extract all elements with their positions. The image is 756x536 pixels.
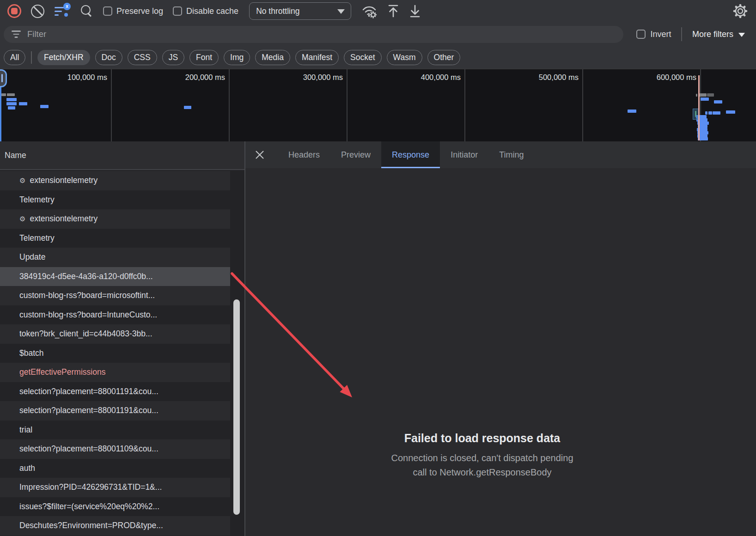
filter-input[interactable]: Filter — [4, 26, 623, 43]
request-detail-panel: HeadersPreviewResponseInitiatorTiming Fa… — [245, 141, 756, 536]
timeline-gridline — [347, 69, 348, 141]
request-name: Update — [19, 252, 45, 262]
request-row[interactable]: $batch — [0, 344, 230, 363]
record-icon — [7, 4, 21, 18]
tab-initiator[interactable]: Initiator — [440, 141, 488, 168]
tab-timing[interactable]: Timing — [488, 141, 534, 168]
more-filters-button[interactable]: More filters — [692, 30, 745, 39]
request-name: extensiontelemetry — [30, 214, 98, 224]
type-filter-img[interactable]: Img — [224, 50, 250, 65]
import-har-button[interactable] — [387, 4, 399, 18]
filter-lines-icon — [11, 30, 21, 38]
request-row[interactable]: Telemetry — [0, 229, 230, 248]
timeline-overview[interactable]: 100,000 ms200,000 ms300,000 ms400,000 ms… — [0, 68, 756, 141]
request-row[interactable]: Deschutes?Environment=PROD&type... — [0, 516, 230, 536]
request-row[interactable]: Impression?PID=426296731&TID=1&... — [0, 478, 230, 497]
response-content: Failed to load response data Connection … — [245, 168, 756, 536]
invert-label: Invert — [650, 30, 671, 39]
export-har-button[interactable] — [409, 4, 421, 18]
type-filter-all[interactable]: All — [4, 50, 25, 65]
empty-state: Failed to load response data Connection … — [245, 432, 756, 480]
timeline-gridline — [111, 69, 112, 141]
chevron-down-icon — [738, 33, 745, 37]
request-name: extensiontelemetry — [30, 176, 98, 185]
request-row[interactable]: token?brk_client_id=c44b4083-3bb... — [0, 324, 230, 344]
waterfall-bar — [19, 102, 27, 105]
type-filter-font[interactable]: Font — [189, 50, 219, 65]
detail-tabbar: HeadersPreviewResponseInitiatorTiming — [245, 141, 756, 168]
throttling-value: No throttling — [256, 6, 299, 16]
request-row[interactable]: trial — [0, 420, 230, 440]
waterfall-bar — [8, 106, 15, 110]
timeline-gridline — [582, 69, 583, 141]
waterfall-bar — [628, 110, 636, 113]
type-filter-fetchxhr[interactable]: Fetch/XHR — [37, 50, 90, 65]
waterfall-bar — [705, 111, 707, 115]
record-button[interactable] — [7, 4, 21, 18]
type-filter-js[interactable]: JS — [162, 50, 184, 65]
name-column-label: Name — [5, 151, 26, 160]
preserve-log-group: Preserve log — [103, 6, 163, 16]
invert-checkbox[interactable] — [636, 30, 646, 39]
request-row[interactable]: Telemetry — [0, 190, 230, 210]
close-detail-button[interactable] — [249, 141, 270, 168]
request-list-panel: Name ⚙extensiontelemetryTelemetry⚙extens… — [0, 141, 245, 536]
request-row[interactable]: custom-blog-rss?board=IntuneCusto... — [0, 305, 230, 325]
waterfall-bar — [698, 93, 707, 97]
request-row[interactable]: 384919c4-d5ee-4a36-a120-d0ffc0b... — [0, 267, 230, 286]
name-column-header[interactable]: Name — [0, 141, 244, 170]
load-event-marker — [698, 75, 700, 140]
request-row[interactable]: ⚙extensiontelemetry — [0, 209, 230, 229]
request-row[interactable]: selection?placement=88001191&cou... — [0, 382, 230, 402]
waterfall-bar — [696, 94, 697, 97]
request-row[interactable]: custom-blog-rss?board=microsoftint... — [0, 286, 230, 305]
timeline-gridline — [464, 69, 465, 141]
type-filter-css[interactable]: CSS — [128, 50, 157, 65]
tab-headers[interactable]: Headers — [278, 141, 330, 168]
type-filter-manifest[interactable]: Manifest — [295, 50, 339, 65]
upload-icon — [387, 4, 399, 18]
waterfall-bar — [6, 102, 17, 105]
request-row[interactable]: issues?$filter=(service%20eq%20%2... — [0, 497, 230, 517]
gear-icon: ⚙ — [19, 215, 25, 223]
search-button[interactable] — [80, 5, 93, 18]
chip-divider — [31, 51, 32, 64]
request-row[interactable]: auth — [0, 459, 230, 478]
request-name: Impression?PID=426296731&TID=1&... — [19, 482, 162, 492]
disable-cache-checkbox[interactable] — [173, 6, 182, 16]
type-filter-wasm[interactable]: Wasm — [387, 50, 422, 65]
overview-drag-handle[interactable] — [0, 69, 7, 87]
clear-icon — [31, 5, 44, 18]
timeline-tick-label: 300,000 ms — [268, 73, 343, 82]
type-filter-socket[interactable]: Socket — [344, 50, 382, 65]
clear-button[interactable] — [31, 5, 44, 18]
timeline-gridline — [229, 69, 230, 141]
filter-bar: Filter Invert More filters — [0, 22, 756, 46]
filter-toggle-button[interactable]: x — [54, 4, 71, 18]
request-list-scrollbar[interactable] — [233, 299, 240, 515]
timeline-tick-label: 400,000 ms — [386, 73, 461, 82]
preserve-log-label: Preserve log — [116, 6, 163, 16]
request-row[interactable]: ⚙extensiontelemetry — [0, 171, 230, 190]
timeline-tick-label: 600,000 ms — [622, 73, 696, 82]
request-name: auth — [19, 463, 35, 473]
waterfall-bar — [7, 93, 15, 96]
request-row[interactable]: selection?placement=88001191&cou... — [0, 401, 230, 420]
throttling-select[interactable]: No throttling — [249, 2, 351, 20]
tab-response[interactable]: Response — [381, 141, 440, 168]
resource-type-filters: AllFetch/XHRDocCSSJSFontImgMediaManifest… — [0, 46, 756, 68]
request-rows: ⚙extensiontelemetryTelemetry⚙extensionte… — [0, 171, 230, 536]
request-row[interactable]: selection?placement=88001109&cou... — [0, 439, 230, 459]
divider — [681, 27, 682, 41]
settings-button[interactable] — [732, 3, 749, 19]
network-conditions-button[interactable] — [361, 4, 378, 18]
type-filter-media[interactable]: Media — [255, 50, 290, 65]
gear-icon — [732, 3, 749, 19]
request-row[interactable]: Update — [0, 248, 230, 267]
tab-preview[interactable]: Preview — [330, 141, 381, 168]
type-filter-doc[interactable]: Doc — [95, 50, 122, 65]
preserve-log-checkbox[interactable] — [103, 6, 112, 16]
type-filter-other[interactable]: Other — [427, 50, 461, 65]
request-row[interactable]: getEffectivePermissions — [0, 363, 230, 382]
waterfall-bar — [1, 93, 6, 96]
